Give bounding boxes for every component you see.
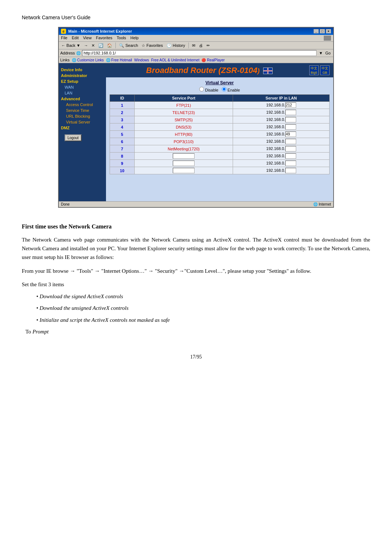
table-row: 10192.168.0. bbox=[110, 167, 330, 174]
ip-suffix-input-7[interactable] bbox=[285, 146, 296, 151]
page-number: 17/95 bbox=[22, 354, 370, 360]
mail-button[interactable]: ✉ bbox=[191, 43, 196, 48]
menu-help[interactable]: Help bbox=[130, 36, 139, 41]
statusbar-internet: 🌐 Internet bbox=[313, 202, 331, 206]
bullet-item-3: Initialize and script the ActiveX contro… bbox=[36, 316, 370, 324]
router-model-end: ) bbox=[257, 67, 260, 74]
sidebar-item-wan[interactable]: WAN bbox=[61, 84, 104, 90]
menu-favorites[interactable]: Favorites bbox=[96, 36, 112, 41]
address-dropdown[interactable]: ▼ bbox=[319, 51, 323, 55]
row-server-ip-10: 192.168.0. bbox=[233, 167, 330, 174]
browser-menubar: File Edit View Favorites Tools Help bbox=[59, 35, 333, 42]
print-button[interactable]: 🖨 bbox=[198, 43, 204, 48]
titlebar-left: e Main - Microsoft Internet Explorer bbox=[61, 29, 132, 34]
ip-suffix-input-4[interactable] bbox=[285, 124, 296, 130]
row-id-2: 2 bbox=[110, 109, 135, 116]
lang-gb-button[interactable]: 中文GB bbox=[320, 65, 330, 75]
table-row: 3SMTP(25)192.168.0. bbox=[110, 116, 330, 123]
ip-suffix-input-6[interactable] bbox=[285, 139, 296, 144]
row-service-port-9 bbox=[134, 160, 233, 167]
enable-radio[interactable] bbox=[222, 87, 226, 92]
menu-edit[interactable]: Edit bbox=[72, 36, 79, 41]
router-title: Broadband Router (ZSR-0104) bbox=[146, 66, 273, 75]
browser-statusbar: Done 🌐 Internet bbox=[59, 201, 333, 207]
forward-button[interactable]: → bbox=[83, 43, 89, 48]
col-id: ID bbox=[110, 95, 135, 102]
service-port-input-8[interactable] bbox=[173, 153, 195, 159]
sidebar-item-ez-setup[interactable]: EZ Setup bbox=[61, 78, 104, 84]
set-items-label: Set the first 3 items bbox=[22, 280, 370, 289]
ip-suffix-input-3[interactable] bbox=[285, 117, 296, 122]
row-service-port-10 bbox=[134, 167, 233, 174]
to-prompt: To Prompt bbox=[25, 328, 370, 336]
service-port-input-10[interactable] bbox=[173, 168, 195, 173]
sidebar-item-lan[interactable]: LAN bbox=[61, 90, 104, 96]
menu-tools[interactable]: Tools bbox=[117, 36, 126, 41]
toolbar-separator bbox=[115, 42, 116, 48]
history-button[interactable]: 🕐 History bbox=[166, 43, 186, 48]
page-header-text: Network Camera User's Guide bbox=[22, 15, 90, 20]
sidebar-item-virtual-server[interactable]: Virtual Server bbox=[61, 119, 104, 125]
ip-suffix-input-10[interactable] bbox=[285, 168, 296, 173]
virtual-server-content: Virtual Server Disable Enable ID Service… bbox=[106, 77, 333, 177]
browser-window: e Main - Microsoft Internet Explorer _ □… bbox=[58, 27, 334, 208]
row-id-10: 10 bbox=[110, 167, 135, 174]
page-header: Network Camera User's Guide bbox=[22, 15, 370, 20]
minimize-button[interactable]: _ bbox=[314, 29, 319, 33]
browser-links-bar: Links 🌐 Customize Links 🌐 Free Hotmail W… bbox=[59, 57, 333, 63]
ip-suffix-input-5[interactable] bbox=[285, 131, 296, 137]
back-button[interactable]: ← Back ▼ bbox=[60, 43, 81, 48]
link-aol[interactable]: Free AOL & Unlimited Internet bbox=[151, 58, 199, 62]
service-port-input-9[interactable] bbox=[173, 161, 195, 166]
browser-content: Device Info Administrator EZ Setup WAN L… bbox=[59, 63, 333, 201]
ip-suffix-input-9[interactable] bbox=[285, 161, 296, 166]
row-id-9: 9 bbox=[110, 160, 135, 167]
window-controls: _ □ × bbox=[314, 29, 331, 33]
flag-icon bbox=[263, 68, 273, 74]
doc-paragraph-2: From your IE browse → "Tools" → "Interne… bbox=[22, 267, 370, 275]
search-button[interactable]: 🔍 Search bbox=[118, 43, 139, 48]
go-button[interactable]: Go bbox=[324, 50, 332, 56]
router-header: Broadband Router (ZSR-0104) 中文Big5 中文GB bbox=[106, 63, 333, 77]
refresh-button[interactable]: 🔄 bbox=[97, 43, 105, 48]
section-title: First time uses the Network Camera bbox=[22, 222, 370, 231]
row-id-4: 4 bbox=[110, 123, 135, 131]
home-button[interactable]: 🏠 bbox=[106, 43, 113, 48]
row-service-port-3: SMTP(25) bbox=[134, 116, 233, 123]
col-server-ip: Server IP in LAN bbox=[233, 95, 330, 102]
favorites-button[interactable]: ☆ Favorites bbox=[140, 43, 164, 48]
ip-suffix-input-2[interactable] bbox=[285, 110, 296, 115]
sidebar-item-device-info[interactable]: Device Info bbox=[61, 67, 104, 73]
stop-button[interactable]: ✕ bbox=[90, 43, 96, 48]
link-customize[interactable]: 🌐 Customize Links bbox=[72, 58, 104, 62]
ip-suffix-input-1[interactable] bbox=[285, 102, 296, 108]
row-server-ip-2: 192.168.0. bbox=[233, 109, 330, 116]
sidebar-item-url-blocking[interactable]: URL Blocking bbox=[61, 113, 104, 119]
sidebar-item-administrator[interactable]: Administrator bbox=[61, 73, 104, 78]
row-id-6: 6 bbox=[110, 138, 135, 145]
menu-file[interactable]: File bbox=[61, 36, 68, 41]
link-windows[interactable]: Windows bbox=[134, 58, 149, 62]
row-service-port-5: HTTP(80) bbox=[134, 131, 233, 138]
close-button[interactable]: × bbox=[326, 29, 331, 33]
lang-big5-button[interactable]: 中文Big5 bbox=[309, 65, 319, 75]
link-hotmail[interactable]: 🌐 Free Hotmail bbox=[106, 58, 132, 62]
row-service-port-4: DNS(53) bbox=[134, 123, 233, 131]
logout-button[interactable]: Logout bbox=[65, 134, 82, 141]
ip-suffix-input-8[interactable] bbox=[285, 153, 296, 159]
row-server-ip-4: 192.168.0. bbox=[233, 123, 330, 131]
sidebar-item-advanced[interactable]: Advanced bbox=[61, 96, 104, 102]
menu-view[interactable]: View bbox=[83, 36, 92, 41]
sidebar-item-service-time[interactable]: Service Time bbox=[61, 108, 104, 113]
sidebar-item-access-control[interactable]: Access Control bbox=[61, 102, 104, 108]
ie-icon: e bbox=[61, 29, 66, 34]
table-row: 2TELNET(23)192.168.0. bbox=[110, 109, 330, 116]
disable-radio[interactable] bbox=[199, 87, 204, 92]
maximize-button[interactable]: □ bbox=[320, 29, 325, 33]
link-realplayer[interactable]: 🔴 RealPlayer bbox=[201, 58, 225, 62]
sidebar-item-dmz[interactable]: DMZ bbox=[61, 125, 104, 131]
browser-toolbar: ← Back ▼ → ✕ 🔄 🏠 🔍 Search ☆ Favorites 🕐 … bbox=[59, 42, 333, 49]
toolbar-separator2 bbox=[188, 42, 189, 48]
edit-button[interactable]: ✏ bbox=[205, 43, 211, 48]
address-input[interactable]: http://192.168.0.1/ bbox=[82, 50, 317, 56]
